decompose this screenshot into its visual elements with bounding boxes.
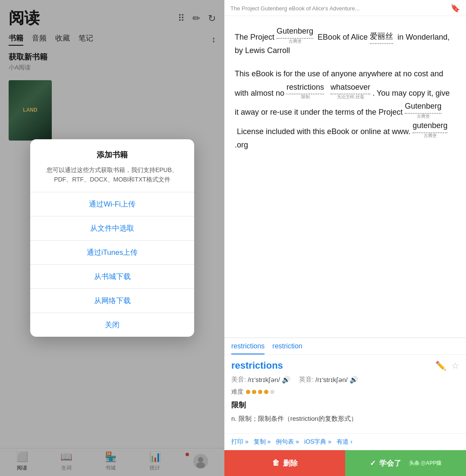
bookmark-icon[interactable]: 🔖 xyxy=(450,3,460,13)
dict-word-row: restrictions ✏️ ☆ xyxy=(231,360,459,371)
phonetic-us-text: /rɪ'strɪkʃən/ xyxy=(248,376,280,384)
delete-label: 删除 xyxy=(283,458,298,468)
whatsoever-annotated: whatsoever 无论怎样;丝毫 xyxy=(331,81,370,100)
dict-content: restrictions ✏️ ☆ 美音: /rɪ'strɪkʃən/ 🔊 英音… xyxy=(224,355,466,433)
dict-phonetic-uk: 英音: /rɪ'strɪkʃən/ 🔊 xyxy=(299,376,358,384)
dict-bottom-links: 打印 » 复制 » 例句表 » iOS字典 » 有道 › xyxy=(224,433,466,450)
watermark-text: 头条 @APP猿 xyxy=(409,460,442,467)
difficulty-label: 难度 xyxy=(231,388,243,396)
gutenberg-annotated: Gutenberg 古腾堡 xyxy=(277,25,313,44)
alice-annotated: 爱丽丝 xyxy=(370,30,393,44)
add-book-modal: 添加书籍 您可以通过这些方式获取书籍，我们支持EPUB、PDF、RTF、DOCX… xyxy=(30,139,194,337)
dict-word: restrictions xyxy=(231,360,283,371)
dictionary-panel: restrictions restriction restrictions ✏️… xyxy=(224,338,466,450)
phonetic-uk-text: /rɪ'strɪkʃən/ xyxy=(315,376,348,384)
right-top-bar: The Project Gutenberg eBook of Alice's A… xyxy=(224,0,466,16)
restrictions-annotated[interactable]: restrictions 限制 xyxy=(287,81,324,100)
gutenberg3-annotated: gutenberg 古腾堡 xyxy=(412,119,447,138)
diff-dot-4 xyxy=(264,390,268,394)
dict-link-print[interactable]: 打印 » xyxy=(231,438,249,446)
dict-phonetic-us: 美音: /rɪ'strɪkʃən/ 🔊 xyxy=(231,376,290,384)
modal-title: 添加书籍 xyxy=(97,150,128,160)
option-network[interactable]: 从网络下载 xyxy=(30,289,194,313)
reading-content: The Project Gutenberg 古腾堡 EBook of Alice… xyxy=(224,16,466,338)
option-itunes[interactable]: 通过iTunes上传 xyxy=(30,241,194,265)
diff-dot-1 xyxy=(246,390,250,394)
dict-tab-restrictions[interactable]: restrictions xyxy=(231,342,264,354)
learned-label: 学会了 xyxy=(379,458,401,468)
dict-star-icon[interactable]: ☆ xyxy=(451,360,459,371)
gutenberg2-annotated: Gutenberg 古腾堡 xyxy=(405,100,441,119)
dict-actions: ✏️ ☆ xyxy=(435,360,459,371)
phonetic-us-label: 美音: xyxy=(231,376,246,384)
dict-link-youdao[interactable]: 有道 › xyxy=(337,438,353,446)
modal-description: 您可以通过这些方式获取书籍，我们支持EPUB、PDF、RTF、DOCX、MOBI… xyxy=(30,165,194,185)
right-book-title: The Project Gutenberg eBook of Alice's A… xyxy=(230,5,447,12)
reading-paragraph-1: The Project Gutenberg 古腾堡 EBook of Alice… xyxy=(235,25,456,57)
delete-button[interactable]: 🗑 删除 xyxy=(224,450,345,476)
option-wifi[interactable]: 通过Wi-Fi上传 xyxy=(30,192,194,216)
trash-icon: 🗑 xyxy=(272,459,280,467)
check-icon: ✓ xyxy=(370,459,376,468)
learned-button[interactable]: ✓ 学会了 头条 @APP猿 xyxy=(345,450,466,476)
option-bookstore[interactable]: 从书城下载 xyxy=(30,265,194,289)
dict-cn-word: 限制 xyxy=(231,400,459,410)
action-bar: 🗑 删除 ✓ 学会了 头条 @APP猿 xyxy=(224,450,466,476)
sound-uk-icon[interactable]: 🔊 xyxy=(350,376,358,384)
dict-tabs: restrictions restriction xyxy=(224,338,466,355)
dict-definition: n. 限制；限制条件（restriction的复数形式） xyxy=(231,413,459,424)
option-close[interactable]: 关闭 xyxy=(30,313,194,337)
dict-link-copy[interactable]: 复制 » xyxy=(254,438,271,446)
option-file[interactable]: 从文件中选取 xyxy=(30,216,194,241)
difficulty-dots xyxy=(246,390,274,394)
diff-dot-2 xyxy=(252,390,256,394)
dict-link-ios[interactable]: iOS字典 » xyxy=(304,438,331,446)
sound-us-icon[interactable]: 🔊 xyxy=(282,376,290,384)
dict-pencil-icon[interactable]: ✏️ xyxy=(435,360,446,371)
diff-dot-3 xyxy=(258,390,262,394)
dict-difficulty: 难度 xyxy=(231,388,459,396)
dict-link-examples[interactable]: 例句表 » xyxy=(276,438,299,446)
dict-tab-restriction[interactable]: restriction xyxy=(272,342,302,354)
modal-overlay[interactable]: 添加书籍 您可以通过这些方式获取书籍，我们支持EPUB、PDF、RTF、DOCX… xyxy=(0,0,224,476)
phonetic-uk-label: 英音: xyxy=(299,376,314,384)
reading-paragraph-2: This eBook is for the use of anyone anyw… xyxy=(235,67,456,151)
dict-phonetics: 美音: /rɪ'strɪkʃən/ 🔊 英音: /rɪ'strɪkʃən/ 🔊 xyxy=(231,376,459,384)
diff-dot-5 xyxy=(270,390,274,394)
